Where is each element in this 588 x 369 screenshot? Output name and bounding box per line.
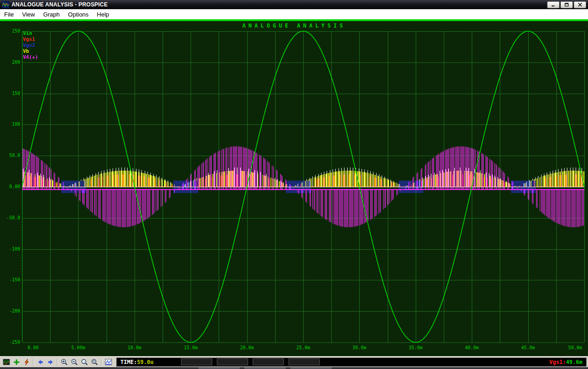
add-trace-icon[interactable]: [11, 358, 22, 367]
conformance-analysis-icon[interactable]: [103, 358, 113, 367]
plot-canvas[interactable]: [0, 19, 588, 356]
window-controls: [546, 1, 586, 8]
legend-vgs2: Vgs2: [23, 42, 38, 48]
legend-v4(+): V4(+): [23, 54, 38, 60]
menu-options[interactable]: Options: [64, 9, 93, 19]
menu-file[interactable]: File: [0, 9, 18, 19]
toolbar-separator: [57, 358, 58, 366]
maximize-button[interactable]: [560, 1, 573, 8]
toolbar-separator: [33, 358, 34, 366]
graph-area: ANALOGUE ANALYSIS VinVgs1Vgs2VbV4(+) 250…: [0, 19, 588, 356]
menu-help[interactable]: Help: [93, 9, 113, 19]
menu-graph[interactable]: Graph: [39, 9, 64, 19]
legend-vin: Vin: [23, 30, 38, 36]
status-cell: [181, 358, 212, 365]
status-cells: [181, 358, 320, 365]
toolbar-separator: [101, 358, 102, 366]
menu-bar: File View Graph Options Help: [0, 9, 588, 19]
graph-title: ANALOGUE ANALYSIS: [0, 22, 588, 29]
status-cell: [288, 358, 320, 365]
graph-icon[interactable]: [1, 358, 11, 367]
title-bar[interactable]: ANALOGUE ANALYSIS - PROSPICE: [0, 0, 588, 9]
minimize-icon: [551, 3, 556, 7]
probe-label: Vgs1:: [549, 359, 566, 365]
zoom-in-icon[interactable]: [59, 358, 69, 367]
app-icon: [2, 1, 9, 8]
status-cell: [253, 358, 284, 365]
legend-vb: Vb: [23, 48, 38, 54]
pan-left-icon[interactable]: [35, 358, 45, 367]
zoom-full-icon[interactable]: [79, 358, 90, 367]
taskbar-sliver: [0, 367, 588, 369]
taskbar-button-ghost: [290, 367, 332, 369]
zoom-out-icon[interactable]: [69, 358, 79, 367]
pan-right-icon[interactable]: [45, 358, 56, 367]
zoom-area-icon[interactable]: [90, 358, 100, 367]
close-icon: [578, 3, 582, 7]
trace-legend: VinVgs1Vgs2VbV4(+): [23, 30, 38, 60]
bottom-toolbar: TIME:59.0u Vgs1:49.6m: [0, 356, 588, 367]
status-cell: [217, 358, 248, 365]
time-label: TIME:: [120, 359, 137, 365]
probe-readout: Vgs1:49.6m: [549, 359, 582, 365]
maximize-icon: [565, 3, 569, 7]
status-bar: TIME:59.0u Vgs1:49.6m: [116, 358, 587, 367]
graph-header-strip: [0, 19, 588, 21]
taskbar-button-ghost: [198, 367, 240, 369]
time-value: 59.0u: [137, 359, 153, 365]
menu-view[interactable]: View: [18, 9, 39, 19]
minimize-button[interactable]: [547, 1, 560, 8]
close-button[interactable]: [574, 1, 586, 8]
simulate-graph-icon[interactable]: [22, 358, 32, 367]
window-title: ANALOGUE ANALYSIS - PROSPICE: [11, 1, 107, 8]
legend-vgs1: Vgs1: [23, 36, 38, 42]
taskbar-button-ghost: [244, 367, 286, 369]
probe-value: 49.6m: [566, 359, 582, 365]
prospice-window: ANALOGUE ANALYSIS - PROSPICE File View G…: [0, 0, 588, 369]
